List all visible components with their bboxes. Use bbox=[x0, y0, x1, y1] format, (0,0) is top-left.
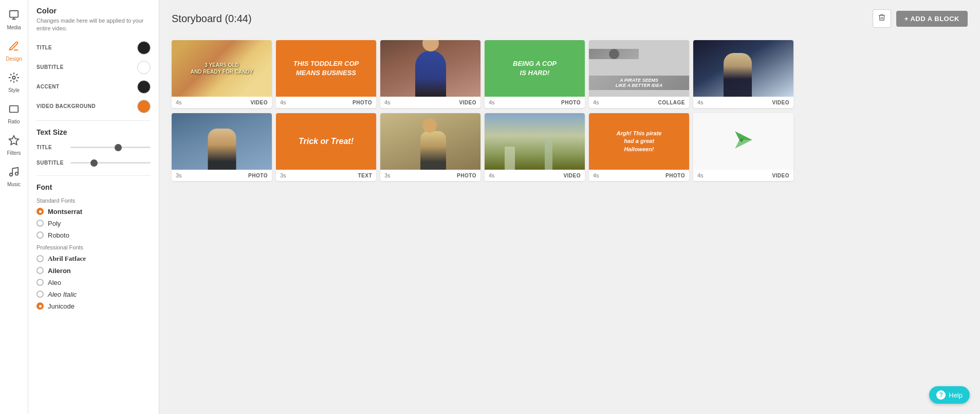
block-10-duration: 4s bbox=[489, 172, 495, 178]
title-slider-thumb[interactable] bbox=[115, 144, 122, 151]
font-poly-radio[interactable] bbox=[36, 220, 44, 227]
nav-item-design[interactable]: Design bbox=[1, 37, 27, 66]
storyboard-row-1: 3 YEARS OLDAND READY FOR CANDY 4s VIDEO … bbox=[172, 40, 968, 108]
color-section-subtitle: Changes made here will be applied to you… bbox=[36, 17, 151, 33]
block-5-type: COLLAGE bbox=[658, 100, 685, 105]
block-11[interactable]: Argh! This piratehad a greatHalloween! 4… bbox=[589, 113, 689, 181]
block-5-duration: 4s bbox=[593, 99, 599, 105]
block-2-footer: 4s PHOTO bbox=[276, 97, 376, 108]
svg-point-4 bbox=[10, 173, 13, 176]
font-aleo-radio[interactable] bbox=[36, 279, 44, 286]
block-4[interactable]: BEING A COPIS HARD! 4s PHOTO bbox=[485, 40, 585, 108]
nav-label-ratio: Ratio bbox=[8, 119, 20, 124]
nav-item-ratio[interactable]: Ratio bbox=[1, 99, 27, 129]
font-abril[interactable]: Abril Fatface bbox=[36, 255, 151, 263]
accent-color-swatch[interactable] bbox=[137, 80, 151, 94]
music-icon bbox=[8, 166, 20, 180]
block-4-type: PHOTO bbox=[561, 100, 581, 105]
font-montserrat-radio[interactable] bbox=[36, 208, 44, 215]
block-5-thumbnail: A PIRATE SEEMSLIKE A BETTER IDEA bbox=[589, 40, 689, 97]
font-junicode-radio[interactable] bbox=[36, 302, 44, 310]
font-aleo-italic[interactable]: Aleo Italic bbox=[36, 291, 151, 298]
block-2-type: PHOTO bbox=[353, 100, 372, 105]
subtitle-color-row: SUBTITLE bbox=[36, 61, 151, 74]
font-aleo-label: Aleo bbox=[48, 279, 61, 286]
design-icon bbox=[8, 41, 20, 55]
subtitle-color-swatch[interactable] bbox=[137, 61, 151, 74]
block-9[interactable]: 3s PHOTO bbox=[380, 113, 480, 181]
font-montserrat-label: Montserrat bbox=[48, 208, 82, 215]
block-3-type: VIDEO bbox=[459, 100, 476, 105]
font-abril-radio[interactable] bbox=[36, 255, 44, 262]
block-6[interactable]: 4s VIDEO bbox=[693, 40, 793, 108]
trash-icon bbox=[878, 13, 886, 24]
block-5-footer: 4s COLLAGE bbox=[589, 97, 689, 108]
font-roboto-label: Roboto bbox=[48, 231, 69, 239]
font-roboto-radio[interactable] bbox=[36, 231, 44, 239]
block-3[interactable]: 4s VIDEO bbox=[380, 40, 480, 108]
block-5[interactable]: A PIRATE SEEMSLIKE A BETTER IDEA 4s COLL… bbox=[589, 40, 689, 108]
subtitle-size-slider[interactable] bbox=[70, 158, 151, 168]
font-aileron-radio[interactable] bbox=[36, 267, 44, 274]
video-bg-color-swatch[interactable] bbox=[137, 100, 151, 113]
font-poly[interactable]: Poly bbox=[36, 220, 151, 227]
font-abril-label: Abril Fatface bbox=[48, 255, 86, 263]
main-content: Storyboard (0:44) + ADD A BLOCK 3 YEARS … bbox=[159, 0, 980, 414]
block-2-thumbnail: THIS TODDLER COPMEANS BUSINESS bbox=[276, 40, 376, 97]
subtitle-slider-thumb[interactable] bbox=[90, 159, 98, 167]
font-aleo-italic-radio[interactable] bbox=[36, 291, 44, 298]
block-11-thumbnail: Argh! This piratehad a greatHalloween! bbox=[589, 113, 689, 170]
block-11-duration: 4s bbox=[593, 172, 599, 178]
accent-color-row: ACCENT bbox=[36, 80, 151, 94]
block-1-overlay-text: 3 YEARS OLDAND READY FOR CANDY bbox=[187, 58, 257, 79]
font-aileron[interactable]: Aileron bbox=[36, 267, 151, 275]
font-junicode[interactable]: Junicode bbox=[36, 302, 151, 310]
trash-button[interactable] bbox=[873, 9, 891, 28]
block-7[interactable]: 3s PHOTO bbox=[172, 113, 272, 181]
title-size-slider[interactable] bbox=[70, 142, 151, 153]
nav-label-style: Style bbox=[8, 87, 20, 93]
block-6-type: VIDEO bbox=[772, 100, 789, 105]
block-9-duration: 3s bbox=[384, 172, 391, 178]
svg-rect-2 bbox=[10, 106, 19, 113]
block-10[interactable]: 4s VIDEO bbox=[485, 113, 585, 181]
design-sidebar: Color Changes made here will be applied … bbox=[28, 0, 159, 414]
nav-item-media[interactable]: Media bbox=[1, 5, 27, 34]
block-3-thumbnail bbox=[380, 40, 480, 97]
block-4-duration: 4s bbox=[489, 99, 495, 105]
nav-item-music[interactable]: Music bbox=[1, 162, 27, 191]
block-7-footer: 3s PHOTO bbox=[172, 170, 272, 181]
font-junicode-label: Junicode bbox=[48, 302, 75, 310]
main-header: Storyboard (0:44) + ADD A BLOCK bbox=[159, 0, 980, 35]
font-aleo[interactable]: Aleo bbox=[36, 279, 151, 286]
nav-label-design: Design bbox=[6, 56, 22, 62]
filters-icon bbox=[8, 135, 20, 149]
divider-2 bbox=[36, 175, 151, 176]
title-slider-track bbox=[70, 147, 151, 148]
block-4-overlay-text: BEING A COPIS HARD! bbox=[508, 54, 562, 83]
help-button[interactable]: ? Help bbox=[929, 386, 970, 404]
font-roboto[interactable]: Roboto bbox=[36, 231, 151, 239]
font-poly-label: Poly bbox=[48, 220, 61, 227]
block-2[interactable]: THIS TODDLER COPMEANS BUSINESS 4s PHOTO bbox=[276, 40, 376, 108]
block-1-thumbnail: 3 YEARS OLDAND READY FOR CANDY bbox=[172, 40, 272, 97]
block-2-duration: 4s bbox=[280, 99, 286, 105]
block-12-footer: 4s VIDEO bbox=[693, 170, 793, 181]
title-size-label: TITLE bbox=[36, 145, 66, 150]
block-1[interactable]: 3 YEARS OLDAND READY FOR CANDY 4s VIDEO bbox=[172, 40, 272, 108]
block-8-thumbnail: Trick or Treat! bbox=[276, 113, 376, 170]
block-7-type: PHOTO bbox=[248, 173, 268, 178]
nav-item-filters[interactable]: Filters bbox=[1, 131, 27, 160]
nav-label-media: Media bbox=[7, 25, 21, 30]
block-8[interactable]: Trick or Treat! 3s TEXT bbox=[276, 113, 376, 181]
block-12[interactable]: 4s VIDEO bbox=[693, 113, 793, 181]
add-block-button[interactable]: + ADD A BLOCK bbox=[896, 11, 968, 27]
title-color-swatch[interactable] bbox=[137, 41, 151, 55]
svg-rect-0 bbox=[10, 11, 19, 17]
block-8-footer: 3s TEXT bbox=[276, 170, 376, 181]
font-montserrat[interactable]: Montserrat bbox=[36, 208, 151, 215]
block-7-thumbnail bbox=[172, 113, 272, 170]
block-11-overlay-text: Argh! This piratehad a greatHalloween! bbox=[612, 125, 665, 157]
block-3-footer: 4s VIDEO bbox=[380, 97, 480, 108]
nav-item-style[interactable]: Style bbox=[1, 68, 27, 97]
